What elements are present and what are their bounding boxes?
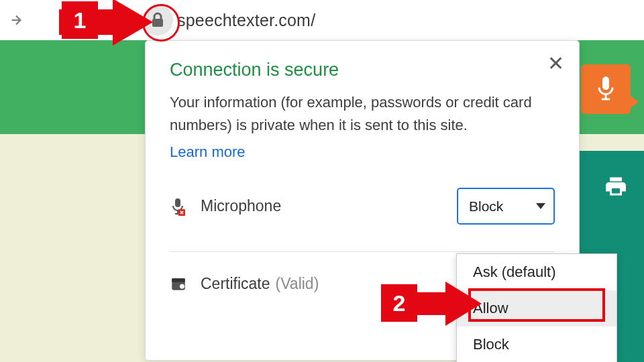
option-block[interactable]: Block bbox=[457, 326, 616, 362]
microphone-permission-row: Microphone Block bbox=[170, 185, 555, 252]
svg-point-10 bbox=[180, 284, 184, 288]
caret-down-icon bbox=[536, 203, 545, 209]
annotation-arrow-2 bbox=[408, 282, 482, 326]
microphone-permission-select[interactable]: Block bbox=[457, 188, 555, 225]
microphone-blocked-icon bbox=[170, 197, 189, 216]
svg-rect-0 bbox=[602, 76, 609, 90]
annotation-step-1: 1 bbox=[62, 1, 98, 39]
microphone-icon bbox=[596, 76, 616, 103]
arrow-right-icon bbox=[9, 13, 23, 27]
microphone-label: Microphone bbox=[201, 197, 457, 215]
popup-description: Your information (for example, passwords… bbox=[170, 91, 555, 137]
certificate-label: Certificate bbox=[201, 275, 270, 293]
svg-rect-9 bbox=[172, 278, 185, 282]
svg-rect-4 bbox=[175, 198, 180, 207]
close-button[interactable]: ✕ bbox=[547, 52, 564, 75]
printer-icon bbox=[604, 174, 628, 198]
svg-marker-12 bbox=[408, 282, 482, 326]
learn-more-link[interactable]: Learn more bbox=[170, 143, 246, 161]
svg-rect-3 bbox=[152, 19, 163, 27]
forward-button[interactable] bbox=[7, 11, 25, 29]
lock-icon bbox=[151, 12, 164, 28]
url-text[interactable]: speechtexter.com/ bbox=[177, 11, 315, 30]
certificate-icon bbox=[170, 276, 189, 293]
print-button[interactable] bbox=[602, 173, 629, 200]
certificate-status: (Valid) bbox=[276, 275, 319, 293]
annotation-step-2: 2 bbox=[381, 284, 417, 322]
app-record-button[interactable] bbox=[581, 64, 631, 114]
popup-title: Connection is secure bbox=[170, 60, 555, 80]
microphone-permission-value: Block bbox=[469, 198, 503, 215]
